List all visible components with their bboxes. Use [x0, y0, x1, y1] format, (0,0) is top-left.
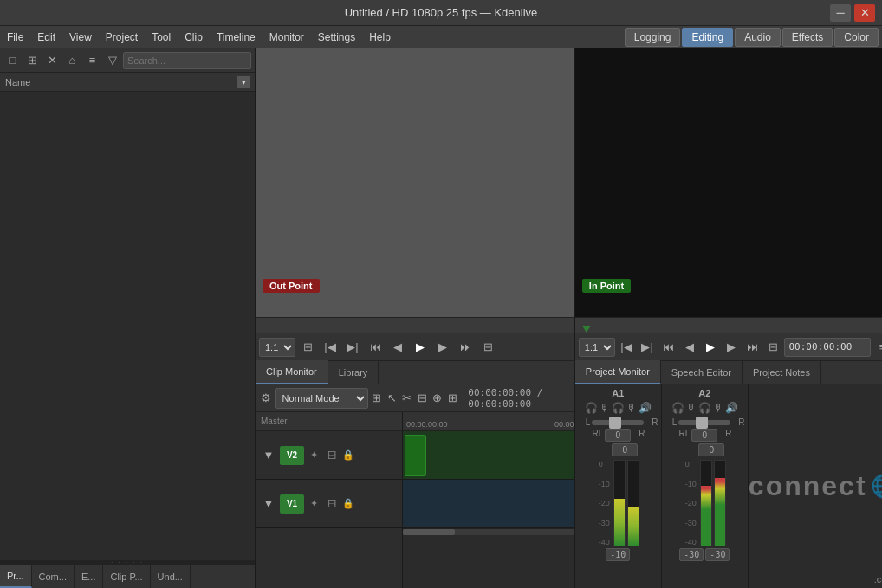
tag-button[interactable]: ⌂ [63, 51, 81, 70]
project-step-forward-button[interactable]: ▶ [722, 337, 741, 358]
menu-timeline[interactable]: Timeline [210, 26, 263, 48]
tab-speech-editor[interactable]: Speech Editor [661, 360, 743, 384]
project-skip-back-button[interactable]: ⏮ [658, 337, 678, 358]
spacer-button[interactable]: ⊕ [431, 389, 444, 408]
track-v1-label[interactable]: V1 [280, 494, 304, 514]
menu-help[interactable]: Help [362, 26, 398, 48]
cut-tool-button[interactable]: ✂ [400, 389, 414, 408]
track-v1-collapse-button[interactable]: ▼ [259, 494, 278, 514]
step-forward-button[interactable]: ▶ [432, 337, 453, 358]
track-v2-effects-button[interactable]: ✦ [306, 448, 321, 463]
track-v2-label[interactable]: V2 [280, 446, 304, 465]
track-v2-filmstrip-button[interactable]: 🎞 [323, 448, 339, 463]
tab-effects[interactable]: E... [75, 565, 104, 588]
trim-left-button[interactable]: |◀ [320, 337, 340, 358]
project-time-input[interactable] [784, 338, 871, 357]
mic2-a2-icon[interactable]: 🎙 [713, 402, 723, 414]
project-fit-button[interactable]: |◀ [617, 337, 636, 358]
skip-forward-button[interactable]: ⏭ [455, 337, 476, 358]
minimize-button[interactable]: ─ [830, 4, 851, 22]
project-fullscreen-button[interactable]: ⊟ [763, 337, 782, 358]
menu-file[interactable]: File [0, 26, 30, 48]
track-v1-effects-button[interactable]: ✦ [306, 496, 321, 512]
headphones-a2-icon[interactable]: 🎧 [671, 402, 684, 414]
clip-timeline-ticks[interactable] [256, 318, 574, 333]
vol-a1-icon[interactable]: 🔊 [639, 402, 652, 414]
tab-project[interactable]: Pr... [0, 565, 32, 588]
close-button[interactable]: ✕ [854, 4, 875, 22]
tab-compositions[interactable]: Com... [32, 565, 75, 588]
project-trim-button[interactable]: ▶| [638, 337, 657, 358]
tab-clip-props[interactable]: Clip P... [103, 565, 150, 588]
menu-settings[interactable]: Settings [311, 26, 362, 48]
filter-button[interactable]: ▽ [103, 51, 121, 70]
a1-fader-track-l[interactable] [592, 420, 644, 425]
track-v1-filmstrip-button[interactable]: 🎞 [323, 496, 339, 512]
a2-vol-value[interactable]: 0 [691, 429, 717, 442]
a2-fader-track-l[interactable] [678, 420, 730, 425]
multicam-button[interactable]: ⊞ [370, 389, 384, 408]
project-skip-forward-button[interactable]: ⏭ [743, 337, 762, 358]
track-lane-v1[interactable] [403, 480, 574, 528]
timeline-scrollbar[interactable] [403, 528, 574, 535]
play-button[interactable]: ▶ [410, 337, 431, 358]
a2-fader-thumb-l[interactable] [696, 417, 708, 429]
workspace-editing[interactable]: Editing [682, 28, 733, 47]
track-v2-collapse-button[interactable]: ▼ [259, 446, 278, 465]
ripple-button[interactable]: ⊟ [415, 389, 429, 408]
menu-edit[interactable]: Edit [30, 26, 62, 48]
selection-tool-button[interactable]: ↖ [385, 389, 399, 408]
menu-clip[interactable]: Clip [178, 26, 210, 48]
project-step-back-button[interactable]: ◀ [679, 337, 698, 358]
a1-vol-value[interactable]: 0 [605, 429, 631, 442]
fullscreen-button[interactable]: ⊟ [477, 337, 498, 358]
project-bin-content[interactable] [0, 92, 255, 560]
project-menu-button[interactable]: ≡ [872, 337, 882, 358]
search-input[interactable] [123, 52, 251, 69]
workspace-logging[interactable]: Logging [625, 28, 681, 47]
menu-tool[interactable]: Tool [145, 26, 178, 48]
timeline-scrollbar-thumb[interactable] [403, 529, 455, 535]
tab-project-notes[interactable]: Project Notes [743, 360, 821, 384]
mic-a2-icon[interactable]: 🎙 [686, 402, 697, 414]
a1-fader-thumb-l[interactable] [609, 417, 621, 429]
tab-library[interactable]: Library [328, 360, 379, 384]
timeline-settings-button[interactable]: ⚙ [259, 389, 273, 408]
menu-monitor[interactable]: Monitor [263, 26, 311, 48]
edit-mode-select[interactable]: Normal Mode Overwrite Mode [275, 388, 368, 409]
clip-zoom-select[interactable]: 1:1 1:2 2:1 [259, 338, 295, 357]
skip-back-button[interactable]: ⏮ [365, 337, 386, 358]
track-v1-lock-button[interactable]: 🔒 [340, 496, 356, 512]
fit-zoom-button[interactable]: ⊞ [446, 389, 460, 408]
mic2-a1-icon[interactable]: 🎙 [626, 402, 637, 414]
delete-clip-button[interactable]: ✕ [43, 51, 62, 70]
headphones2-a1-icon[interactable]: 🎧 [612, 402, 625, 414]
track-v2-lock-button[interactable]: 🔒 [340, 448, 356, 463]
mic-a1-icon[interactable]: 🎙 [600, 402, 610, 414]
new-clip-button[interactable]: □ [3, 51, 22, 70]
column-dropdown-button[interactable]: ▾ [237, 76, 250, 88]
workspace-color[interactable]: Color [834, 28, 879, 47]
project-play-button[interactable]: ▶ [701, 337, 720, 358]
open-folder-button[interactable]: ⊞ [23, 51, 42, 70]
list-view-button[interactable]: ≡ [83, 51, 101, 70]
project-zoom-select[interactable]: 1:1 1:2 2:1 [579, 338, 615, 357]
menu-view[interactable]: View [62, 26, 99, 48]
vol-a2-icon[interactable]: 🔊 [725, 402, 738, 414]
menu-project[interactable]: Project [99, 26, 145, 48]
clip-monitor-timeline[interactable] [256, 317, 574, 333]
workspace-effects[interactable]: Effects [782, 28, 833, 47]
trim-right-button[interactable]: ▶| [342, 337, 363, 358]
tab-undo[interactable]: Und... [151, 565, 191, 588]
step-back-button[interactable]: ◀ [387, 337, 408, 358]
tab-project-monitor[interactable]: Project Monitor [575, 360, 661, 384]
project-monitor-timeline[interactable] [575, 317, 882, 333]
fit-to-window-button[interactable]: ⊞ [297, 337, 318, 358]
tab-clip-monitor[interactable]: Clip Monitor [256, 360, 328, 384]
workspace-audio[interactable]: Audio [735, 28, 781, 47]
clip-block-v2[interactable] [405, 435, 426, 476]
headphones2-a2-icon[interactable]: 🎧 [698, 402, 711, 414]
headphones-a1-icon[interactable]: 🎧 [585, 402, 598, 414]
track-area[interactable]: 00:00:00:00 00:00:13:02 00:00:26:04 [403, 412, 574, 588]
track-lane-v2[interactable] [403, 431, 574, 480]
